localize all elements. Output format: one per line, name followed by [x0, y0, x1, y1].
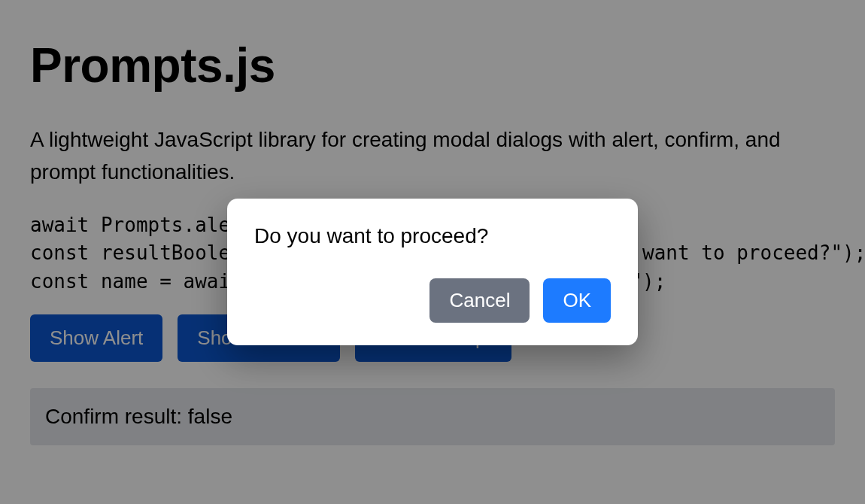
- dialog-message: Do you want to proceed?: [254, 224, 611, 248]
- dialog-actions: Cancel OK: [254, 278, 611, 323]
- confirm-dialog: Do you want to proceed? Cancel OK: [227, 199, 638, 345]
- modal-overlay[interactable]: Do you want to proceed? Cancel OK: [0, 0, 865, 504]
- ok-button[interactable]: OK: [543, 278, 611, 323]
- cancel-button[interactable]: Cancel: [429, 278, 530, 323]
